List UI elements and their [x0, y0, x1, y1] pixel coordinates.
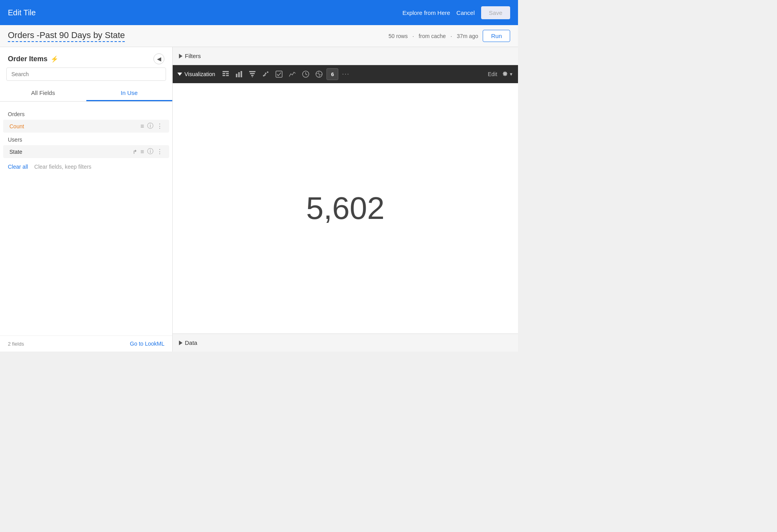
viz-settings-button[interactable]: ▼ [502, 71, 513, 77]
filters-section: Filters [173, 47, 518, 65]
data-section: Data [173, 333, 518, 352]
svg-rect-3 [223, 75, 225, 76]
filters-expand-icon [179, 54, 182, 58]
sidebar-footer: 2 fields Go to LookML [0, 335, 172, 352]
content-area: Filters Visualization [173, 47, 518, 352]
svg-rect-8 [249, 71, 255, 72]
viz-clock-icon[interactable] [300, 68, 312, 80]
viz-line-chart-icon[interactable] [286, 68, 298, 80]
save-button[interactable]: Save [481, 6, 510, 19]
tab-all-fields[interactable]: All Fields [0, 86, 86, 101]
query-meta: 50 rows · from cache · 37m ago Run [388, 30, 510, 42]
svg-rect-5 [236, 74, 237, 77]
viz-title-group: Visualization [177, 71, 215, 77]
svg-rect-11 [252, 77, 253, 77]
clear-all-link[interactable]: Clear all [8, 164, 28, 170]
group-label-users: Users [0, 133, 172, 144]
tab-in-use[interactable]: In Use [86, 86, 173, 101]
info-icon-count[interactable]: ⓘ [147, 122, 153, 130]
goto-lookml-link[interactable]: Go to LookML [130, 341, 164, 347]
time-ago: 37m ago [457, 33, 478, 39]
collapse-sidebar-button[interactable]: ◀ [153, 53, 164, 64]
cache-source: from cache [419, 33, 446, 39]
filter-icon-state[interactable]: ≡ [140, 148, 144, 155]
svg-point-14 [267, 71, 268, 73]
single-value-display: 5,602 [306, 190, 385, 226]
svg-rect-10 [251, 75, 254, 76]
header: Edit Tile Explore from Here Cancel Save [0, 0, 518, 25]
search-input[interactable] [6, 67, 166, 81]
filters-toggle[interactable]: Filters [179, 53, 201, 59]
field-icons-state: ↱ ≡ ⓘ ⋮ [133, 148, 163, 156]
svg-rect-9 [250, 73, 255, 74]
clear-links: Clear all Clear fields, keep filters [0, 159, 172, 175]
viz-bar-chart-icon[interactable] [233, 68, 245, 80]
svg-point-13 [265, 73, 266, 74]
dot-separator-2: · [451, 33, 452, 39]
data-label: Data [185, 339, 197, 346]
filter-icon-count[interactable]: ≡ [140, 123, 144, 130]
sidebar-header-left: Order Items ⚡ [8, 55, 58, 63]
viz-table-icon[interactable] [220, 68, 232, 80]
viz-label: Visualization [184, 71, 215, 77]
svg-rect-16 [276, 71, 282, 77]
explore-from-here-button[interactable]: Explore from Here [402, 9, 450, 16]
field-item-count[interactable]: Count ≡ ⓘ ⋮ [3, 120, 169, 133]
svg-rect-2 [226, 73, 229, 74]
sidebar-header: Order Items ⚡ ◀ [0, 47, 172, 67]
field-tabs: All Fields In Use [0, 86, 172, 102]
field-icons-count: ≡ ⓘ ⋮ [140, 122, 163, 130]
sidebar-title: Order Items [8, 55, 47, 63]
svg-rect-0 [223, 71, 229, 72]
subheader: Orders -Past 90 Days by State 50 rows · … [0, 25, 518, 47]
rows-count: 50 rows [388, 33, 408, 39]
field-name-count: Count [9, 123, 140, 129]
more-icon-count[interactable]: ⋮ [157, 122, 163, 130]
lightning-icon: ⚡ [51, 55, 58, 63]
viz-edit-button[interactable]: Edit [488, 71, 497, 77]
viz-check-icon[interactable] [273, 68, 285, 80]
viz-globe-icon[interactable] [313, 68, 325, 80]
group-label-orders: Orders [0, 108, 172, 119]
data-toggle[interactable]: Data [179, 339, 197, 346]
viz-single-value-icon[interactable]: 6 [326, 68, 338, 80]
svg-point-15 [264, 74, 266, 76]
field-name-state: State [9, 149, 133, 155]
more-icon-state[interactable]: ⋮ [157, 148, 163, 155]
main-layout: Order Items ⚡ ◀ All Fields In Use Orders… [0, 47, 518, 352]
svg-rect-4 [226, 75, 229, 76]
query-title: Orders -Past 90 Days by State [8, 30, 125, 42]
svg-rect-1 [223, 73, 225, 74]
svg-rect-7 [241, 71, 242, 77]
dot-separator-1: · [412, 33, 414, 39]
pivot-icon-state[interactable]: ↱ [133, 149, 137, 155]
cancel-button[interactable]: Cancel [456, 9, 475, 16]
page-title: Edit Tile [8, 8, 36, 17]
viz-collapse-icon[interactable] [177, 73, 182, 76]
data-expand-icon [179, 341, 182, 345]
run-button[interactable]: Run [483, 30, 510, 42]
viz-more-icon[interactable]: ··· [340, 68, 352, 80]
svg-rect-6 [238, 72, 240, 77]
viz-toolbar: Visualization [173, 65, 518, 83]
viz-scatter-icon[interactable] [260, 68, 272, 80]
filters-label: Filters [185, 53, 201, 59]
viz-display-area: 5,602 [173, 83, 518, 333]
sidebar: Order Items ⚡ ◀ All Fields In Use Orders… [0, 47, 173, 352]
fields-count: 2 fields [8, 341, 24, 347]
viz-pivot-icon[interactable] [246, 68, 258, 80]
clear-fields-link[interactable]: Clear fields, keep filters [34, 164, 91, 170]
fields-area: Orders Count ≡ ⓘ ⋮ Users State ↱ ≡ ⓘ ⋮ [0, 105, 172, 335]
info-icon-state[interactable]: ⓘ [147, 148, 153, 156]
header-actions: Explore from Here Cancel Save [402, 6, 510, 19]
field-item-state[interactable]: State ↱ ≡ ⓘ ⋮ [3, 145, 169, 158]
